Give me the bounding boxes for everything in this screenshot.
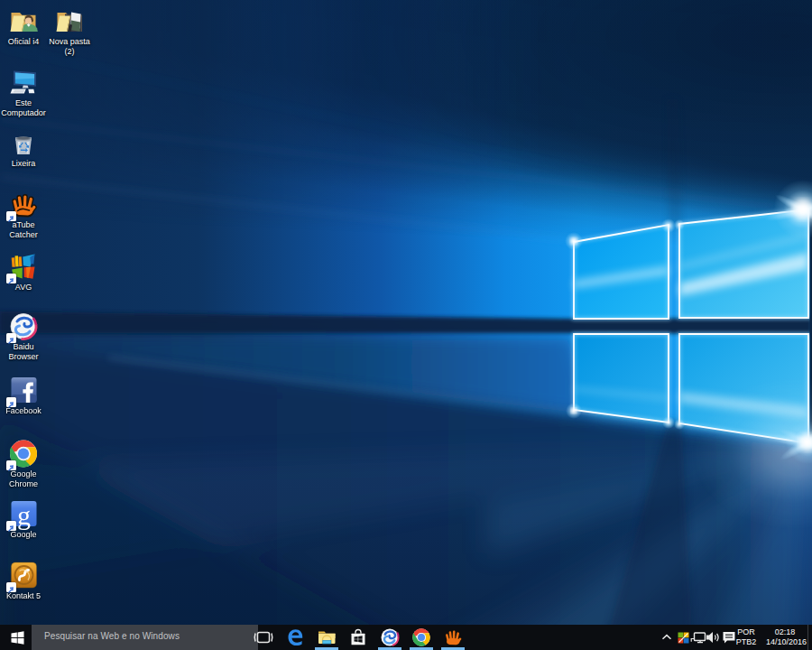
svg-text:g: g	[17, 500, 31, 530]
